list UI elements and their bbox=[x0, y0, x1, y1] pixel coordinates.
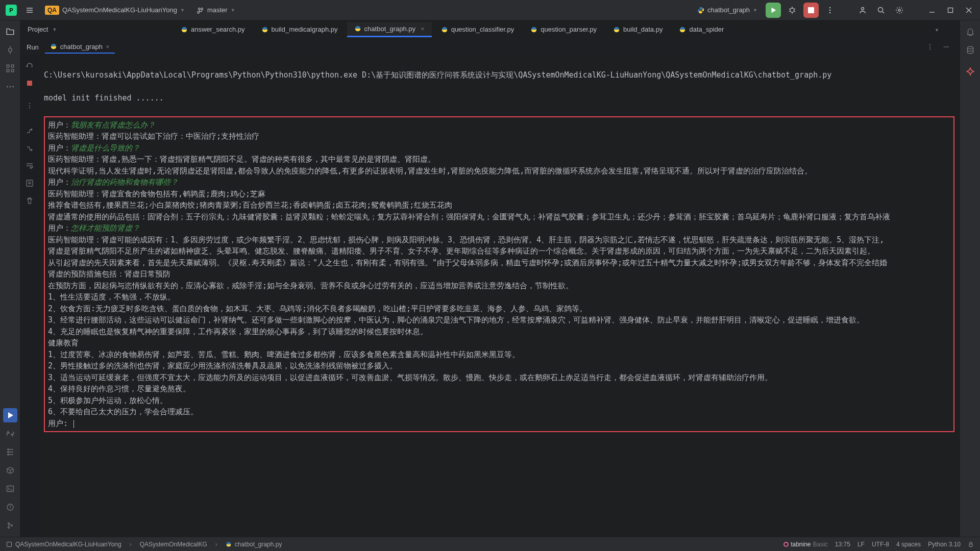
soft-wrap-icon[interactable] bbox=[22, 159, 37, 173]
console-line: 肾虚的预防措施包括：肾虚日常预防 bbox=[48, 268, 950, 280]
branch-selector[interactable]: master ▼ bbox=[193, 4, 239, 16]
breadcrumb-file[interactable]: chatbot_graph.py bbox=[226, 541, 282, 548]
branch-name: master bbox=[207, 6, 228, 14]
console-output[interactable]: C:\Users\kurosaki\AppData\Local\Programs… bbox=[39, 55, 960, 537]
svg-rect-12 bbox=[7, 69, 9, 72]
console-line: 4、充足的睡眠也是恢复精气神的重要保障，工作再紧张，家里的烦心事再多，到了该睡觉… bbox=[48, 326, 950, 338]
more-tool-icon[interactable] bbox=[3, 80, 17, 94]
problems-icon[interactable] bbox=[3, 500, 17, 514]
settings-icon[interactable] bbox=[892, 3, 906, 17]
pycharm-logo[interactable]: P bbox=[4, 3, 18, 17]
console-line: 用户：治疗肾虚的药物和食物有哪些？ bbox=[48, 177, 950, 188]
tab-build-medicalgraph[interactable]: build_medicalgraph.py bbox=[254, 22, 345, 36]
run-config-selector[interactable]: chatbot_graph ▼ bbox=[693, 4, 762, 16]
tab-question-parser[interactable]: question_parser.py bbox=[523, 22, 604, 36]
git-icon[interactable] bbox=[3, 518, 17, 533]
services-icon[interactable] bbox=[3, 445, 17, 459]
tabnine-status[interactable]: tabnine Basic bbox=[783, 541, 828, 548]
console-line: 医药智能助理：肾虚宜食的食物包括有,鹌鹑蛋;鹿肉;鸡心;芝麻 bbox=[48, 188, 950, 200]
breadcrumb-root[interactable]: QASystemOnMedicalKG-LiuHuanYong bbox=[6, 541, 121, 548]
ai-icon[interactable] bbox=[963, 64, 977, 79]
scroll-to-end-icon[interactable] bbox=[22, 176, 37, 190]
breadcrumb-sep: › bbox=[214, 541, 218, 548]
breadcrumb-sep: › bbox=[129, 541, 133, 548]
console-line: C:\Users\kurosaki\AppData\Local\Programs… bbox=[44, 69, 954, 81]
stop-run-icon[interactable] bbox=[22, 76, 37, 90]
tab-data-spider[interactable]: data_spider bbox=[672, 22, 731, 36]
panel-more-icon[interactable] bbox=[923, 40, 937, 54]
svg-rect-10 bbox=[7, 65, 9, 67]
cursor-position[interactable]: 13:75 bbox=[835, 541, 850, 548]
project-tool-icon[interactable] bbox=[3, 24, 17, 39]
console-line: 1、过度苦寒、冰凉的食物易伤肾，如芦荟、苦瓜、雪糕、鹅肉、啤酒进食过多都伤肾，应… bbox=[48, 349, 950, 361]
console-line: model init finished ...... bbox=[44, 92, 954, 104]
maximize-icon[interactable] bbox=[943, 3, 958, 17]
close-tab-icon[interactable]: × bbox=[421, 25, 425, 33]
breadcrumb-folder[interactable]: QASystemOnMedicalKG bbox=[140, 541, 207, 548]
terminal-icon[interactable] bbox=[3, 482, 17, 496]
clear-all-icon[interactable] bbox=[22, 193, 37, 208]
structure-tool-icon[interactable] bbox=[3, 61, 17, 76]
run-sidebar bbox=[20, 55, 39, 537]
svg-point-5 bbox=[862, 7, 864, 10]
svg-point-19 bbox=[8, 454, 9, 455]
tab-chatbot-graph[interactable]: chatbot_graph.py× bbox=[347, 22, 432, 37]
titlebar: P QA QASystemOnMedicalKG-LiuHuanYong ▼ m… bbox=[0, 0, 980, 20]
interpreter[interactable]: Python 3.10 bbox=[928, 541, 961, 548]
console-line: 从引起肾虚的先天因素来看，首先是先天禀赋薄弱。《灵枢.寿天刚柔》篇说："人之生也… bbox=[48, 257, 950, 269]
encoding[interactable]: UTF-8 bbox=[872, 541, 889, 548]
console-line: 5、积极参加户外运动，放松心情。 bbox=[48, 395, 950, 407]
content: Project ▼ answer_search.py build_medical… bbox=[20, 20, 960, 537]
indent[interactable]: 4 spaces bbox=[896, 541, 921, 548]
line-separator[interactable]: LF bbox=[857, 541, 865, 548]
svg-point-17 bbox=[8, 449, 9, 450]
console-line: 1、性生活要适度，不勉强，不放纵。 bbox=[48, 291, 950, 303]
branch-icon bbox=[197, 7, 204, 14]
more-run-icon[interactable] bbox=[22, 98, 37, 113]
svg-rect-20 bbox=[7, 486, 13, 492]
chevron-down-icon: ▼ bbox=[753, 8, 757, 13]
stop-button[interactable] bbox=[803, 3, 819, 18]
tabs-overflow-icon[interactable]: ▼ bbox=[935, 28, 939, 33]
python-icon bbox=[226, 541, 232, 547]
run-button[interactable] bbox=[766, 3, 781, 18]
console-line: 医药智能助理：肾虚,熟悉一下：肾虚指肾脏精气阴阳不足。肾虚的种类有很多，其中最常… bbox=[48, 154, 950, 165]
console-line: 6、不要给自己太大的压力，学会合理减压。 bbox=[48, 406, 950, 418]
tab-build-data[interactable]: build_data.py bbox=[606, 22, 670, 36]
python-packages-icon[interactable] bbox=[3, 463, 17, 478]
close-run-tab-icon[interactable]: × bbox=[106, 43, 110, 51]
svg-point-45 bbox=[29, 103, 30, 104]
readonly-lock-icon[interactable] bbox=[968, 541, 974, 547]
python-console-icon[interactable] bbox=[3, 427, 17, 441]
svg-rect-48 bbox=[27, 180, 33, 186]
run-panel: Run chatbot_graph × bbox=[20, 39, 960, 537]
run-tab-chatbot-graph[interactable]: chatbot_graph × bbox=[45, 41, 115, 54]
search-icon[interactable] bbox=[874, 3, 888, 17]
step-up-icon[interactable] bbox=[22, 124, 37, 138]
run-tool-icon[interactable] bbox=[3, 408, 17, 422]
tabnine-icon bbox=[783, 542, 789, 547]
run-content: C:\Users\kurosaki\AppData\Local\Programs… bbox=[20, 55, 960, 537]
panel-hide-icon[interactable] bbox=[939, 40, 953, 54]
minimize-icon[interactable] bbox=[925, 3, 939, 17]
project-selector[interactable]: QA QASystemOnMedicalKG-LiuHuanYong ▼ bbox=[41, 4, 189, 17]
project-label[interactable]: Project bbox=[28, 26, 48, 33]
commit-tool-icon[interactable] bbox=[3, 43, 17, 57]
step-down-icon[interactable] bbox=[22, 141, 37, 156]
hamburger-icon[interactable] bbox=[22, 3, 37, 17]
code-with-me-icon[interactable] bbox=[855, 3, 870, 17]
debug-button[interactable] bbox=[785, 3, 799, 17]
console-line: 3、适当运动可延缓衰老，但强度不宜太大，应选能力所及的运动项目，以促进血液循环，… bbox=[48, 372, 950, 384]
tab-answer-search[interactable]: answer_search.py bbox=[174, 22, 252, 36]
svg-point-49 bbox=[967, 46, 973, 49]
highlighted-region: 用户：我朋友有点肾虚怎么办？医药智能助理：肾虚可以尝试如下治疗：中医治疗;支持性… bbox=[44, 116, 954, 433]
close-icon[interactable] bbox=[962, 3, 976, 17]
console-line: 医药智能助理：肾虚可以尝试如下治疗：中医治疗;支持性治疗 bbox=[48, 131, 950, 142]
notifications-icon[interactable] bbox=[963, 24, 977, 39]
more-icon[interactable] bbox=[823, 3, 837, 17]
console-line: 2、男性接触过多的洗涤剂也伤肾，家庭应少用洗涤剂清洗餐具及蔬果，以免洗涤剂残留物… bbox=[48, 360, 950, 372]
tab-question-classifier[interactable]: question_classifier.py bbox=[434, 22, 522, 36]
left-toolbar bbox=[0, 20, 20, 537]
database-icon[interactable] bbox=[963, 43, 977, 57]
rerun-icon[interactable] bbox=[22, 59, 37, 73]
